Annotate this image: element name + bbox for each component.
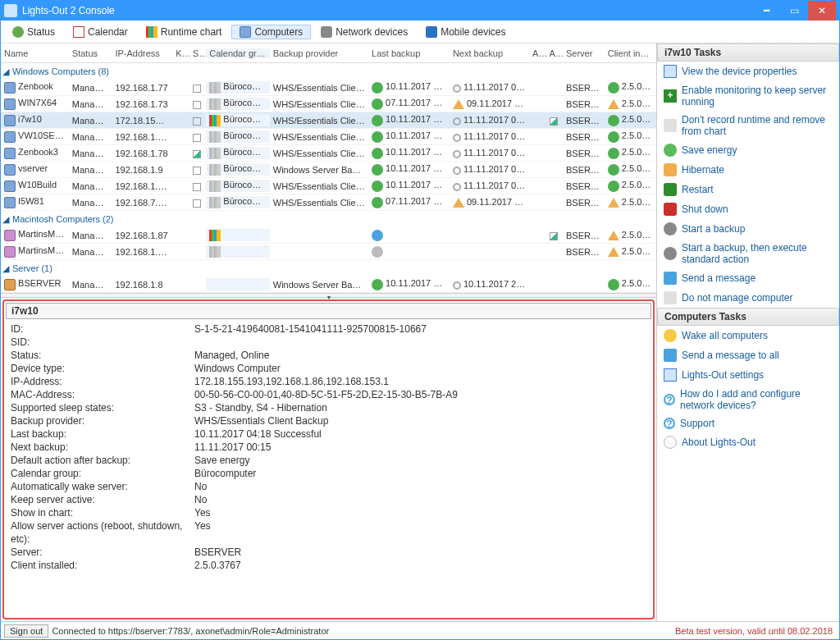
detail-row: Last backup:10.11.2017 04:18 Successful [11, 427, 646, 441]
tab-status[interactable]: Status [4, 25, 63, 39]
col-next-backup[interactable]: Next backup [450, 48, 529, 58]
tab-computers[interactable]: Computers [231, 25, 311, 39]
detail-value: 00-50-56-C0-00-01,40-8D-5C-51-F5-2D,E2-1… [194, 388, 458, 401]
sign-out-button[interactable]: Sign out [4, 624, 48, 638]
task-link[interactable]: Shut down [657, 199, 839, 219]
task-link[interactable]: Start a backup, then execute standard ac… [657, 239, 839, 268]
detail-value: WHS/Essentials Client Backup [194, 414, 328, 427]
col-calendar-group[interactable]: Calendar group [206, 48, 270, 58]
client-status-icon [608, 115, 619, 126]
table-row[interactable]: BSERVERManaged192.168.1.8 Windows Server… [1, 277, 656, 293]
detail-label: Status: [11, 349, 194, 362]
last-backup-status-icon [372, 181, 383, 192]
splitter[interactable]: ▾ [1, 293, 656, 298]
task-link[interactable]: Save energy [657, 140, 839, 160]
detail-label: Client installed: [11, 559, 194, 572]
col-client[interactable]: Client installe [605, 48, 656, 58]
app-icon [4, 4, 17, 17]
tab-runtime-chart[interactable]: Runtime chart [138, 25, 231, 39]
next-backup-status-icon [453, 134, 461, 142]
task-link[interactable]: Restart [657, 180, 839, 199]
window-title: Lights-Out 2 Console [22, 5, 752, 16]
table-row[interactable]: W10BuildManaged192.168.1.108 Bürocompute… [1, 178, 656, 194]
detail-label: Backup provider: [11, 414, 194, 427]
col-keep[interactable]: Keep [172, 48, 189, 58]
computers-grid[interactable]: ◢ Windows Computers (8) ZenbookManaged19… [1, 63, 656, 293]
task-link[interactable]: View the device properties [657, 62, 839, 81]
table-row[interactable]: vserverManaged192.168.1.9 BürocomputerWi… [1, 162, 656, 178]
task-link[interactable]: ?How do I add and configure network devi… [657, 385, 839, 414]
group-header[interactable]: ◢ Server (1) [1, 260, 656, 277]
table-row[interactable]: i7w10Managed172.18.155.19 BürocomputerWH… [1, 112, 656, 129]
task-link[interactable]: +Enable monitoring to keep server runnin… [657, 81, 839, 111]
bulb-icon [664, 436, 677, 449]
tab-network-devices[interactable]: Network devices [313, 25, 416, 39]
tab-mobile-devices[interactable]: Mobile devices [418, 25, 514, 39]
detail-label: ID: [11, 322, 194, 336]
hib-icon [664, 163, 677, 176]
allow-checkbox[interactable] [550, 232, 558, 240]
show-checkbox[interactable] [193, 134, 201, 142]
show-checkbox[interactable] [193, 85, 201, 93]
task-link[interactable]: Send a message to all [657, 345, 839, 365]
col-aut[interactable]: Aut [529, 48, 546, 58]
show-checkbox[interactable] [193, 199, 201, 208]
allow-checkbox[interactable] [550, 117, 558, 126]
detail-label: Last backup: [11, 427, 194, 441]
expand-icon: ◢ [2, 214, 9, 225]
detail-label: IP-Address: [11, 375, 194, 388]
task-label: Restart [682, 184, 714, 195]
col-show[interactable]: Sho [189, 48, 206, 58]
chart-icon [209, 131, 221, 143]
task-label: Save energy [682, 144, 737, 156]
close-button[interactable]: ✕ [808, 1, 836, 21]
show-checkbox[interactable] [193, 167, 201, 175]
next-backup-status-icon [453, 281, 461, 290]
show-checkbox[interactable] [193, 101, 201, 109]
mobile-icon [426, 26, 437, 38]
detail-row: Calendar group:Bürocomputer [11, 467, 646, 480]
next-backup-status-icon [453, 183, 461, 191]
col-server[interactable]: Server [563, 48, 605, 58]
task-link[interactable]: ?Support [657, 414, 839, 432]
tab-calendar[interactable]: Calendar [65, 25, 136, 39]
task-link[interactable]: Send a message [657, 268, 839, 288]
chart-icon [209, 98, 221, 110]
col-status[interactable]: Status [69, 48, 112, 58]
bak-icon [664, 247, 677, 260]
task-label: Hibernate [682, 164, 724, 176]
show-checkbox[interactable] [193, 150, 201, 158]
task-link[interactable]: Hibernate [657, 160, 839, 180]
table-row[interactable]: MartinsMacMiniManaged192.168.1.104 BSERV… [1, 244, 656, 260]
client-status-icon [608, 181, 619, 192]
minimize-button[interactable]: ━ [752, 1, 780, 21]
group-header[interactable]: ◢ Macintosh Computers (2) [1, 211, 656, 227]
task-link[interactable]: Start a backup [657, 219, 839, 239]
table-row[interactable]: I5W81Managed192.168.7.143 BürocomputerWH… [1, 194, 656, 211]
table-row[interactable]: ZenbookManaged192.168.1.77 BürocomputerW… [1, 80, 656, 96]
col-allo[interactable]: Allo [546, 48, 563, 58]
last-backup-status-icon [372, 197, 383, 208]
show-checkbox[interactable] [193, 117, 201, 126]
device-icon [4, 230, 16, 241]
col-last-backup[interactable]: Last backup [368, 48, 450, 58]
detail-label: MAC-Address: [11, 388, 194, 401]
task-link[interactable]: Don't record runtime and remove from cha… [657, 111, 839, 140]
task-link[interactable]: Lights-Out settings [657, 365, 839, 385]
table-row[interactable]: WIN7X64Managed192.168.1.73 BürocomputerW… [1, 96, 656, 112]
detail-value: Windows Computer [194, 362, 281, 375]
col-ip[interactable]: IP-Address [112, 48, 172, 58]
task-link[interactable]: About Lights-Out [657, 432, 839, 452]
task-link[interactable]: Do not manage computer [657, 288, 839, 308]
task-link[interactable]: Wake all computers [657, 326, 839, 345]
table-row[interactable]: MartinsMacBookManaged192.168.1.87 BSERVE… [1, 227, 656, 244]
last-backup-status-icon [372, 82, 383, 94]
col-backup-provider[interactable]: Backup provider [270, 48, 368, 58]
status-icon [12, 26, 24, 38]
maximize-button[interactable]: ▭ [780, 1, 808, 21]
show-checkbox[interactable] [193, 183, 201, 191]
table-row[interactable]: Zenbook3Managed192.168.1.78 Bürocomputer… [1, 145, 656, 162]
table-row[interactable]: VW10SERVERManaged192.168.1.100 Bürocompu… [1, 129, 656, 145]
col-name[interactable]: Name [1, 48, 69, 58]
group-header[interactable]: ◢ Windows Computers (8) [1, 63, 656, 80]
